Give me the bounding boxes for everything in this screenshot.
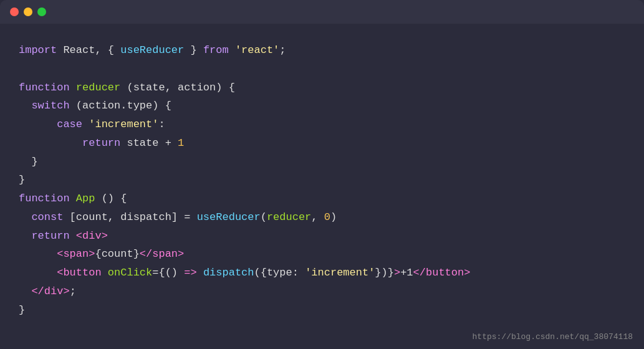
code-line-13: <button onClick={() => dispatch({type: '… bbox=[19, 264, 625, 282]
code-line-14: </div>; bbox=[19, 282, 625, 301]
titlebar bbox=[0, 0, 644, 24]
code-line-7: } bbox=[19, 153, 625, 171]
maximize-button[interactable] bbox=[37, 7, 46, 16]
code-line-9: function App () { bbox=[19, 189, 625, 208]
code-window: import React, { useReducer } from 'react… bbox=[0, 0, 644, 349]
code-line-12: <span>{count}</span> bbox=[19, 245, 625, 264]
code-line-15: } bbox=[19, 301, 625, 320]
watermark: https://blog.csdn.net/qq_38074118 bbox=[473, 332, 633, 342]
code-line-8: } bbox=[19, 171, 625, 189]
code-line-6: return state + 1 bbox=[19, 134, 625, 153]
code-editor: import React, { useReducer } from 'react… bbox=[0, 24, 644, 349]
close-button[interactable] bbox=[10, 7, 19, 16]
code-line-1: import React, { useReducer } from 'react… bbox=[19, 41, 625, 60]
code-line-3: function reducer (state, action) { bbox=[19, 79, 625, 97]
code-line-10: const [count, dispatch] = useReducer(red… bbox=[19, 208, 625, 227]
code-line-4: switch (action.type) { bbox=[19, 97, 625, 115]
code-line-11: return <div> bbox=[19, 227, 625, 246]
code-line-5: case 'increment': bbox=[19, 115, 625, 134]
minimize-button[interactable] bbox=[24, 7, 32, 16]
code-line-2 bbox=[19, 60, 625, 79]
